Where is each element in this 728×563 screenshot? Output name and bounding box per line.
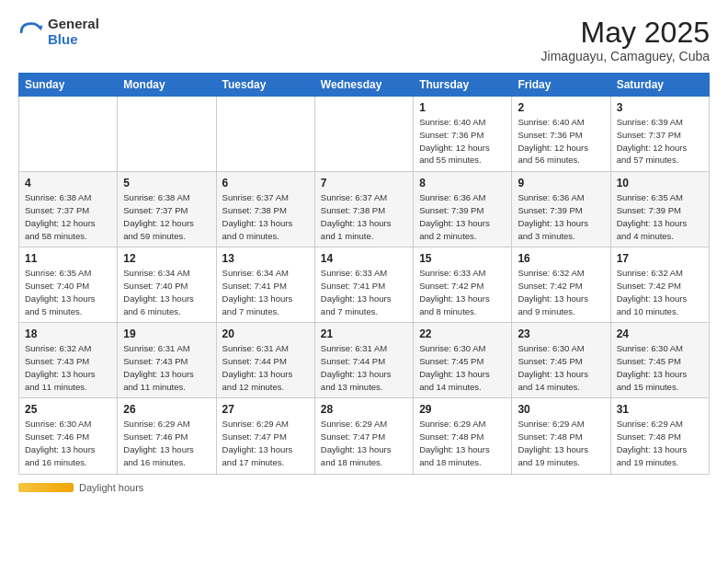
header-monday: Monday <box>118 74 216 97</box>
day-info: Sunrise: 6:31 AM Sunset: 7:44 PM Dayligh… <box>222 342 309 393</box>
calendar-cell: 3Sunrise: 6:39 AM Sunset: 7:37 PM Daylig… <box>610 97 709 172</box>
day-number: 15 <box>419 252 506 265</box>
day-info: Sunrise: 6:38 AM Sunset: 7:37 PM Dayligh… <box>123 191 210 242</box>
day-number: 4 <box>25 177 111 190</box>
calendar-cell: 6Sunrise: 6:37 AM Sunset: 7:38 PM Daylig… <box>216 172 314 247</box>
calendar-cell <box>216 97 314 172</box>
day-info: Sunrise: 6:39 AM Sunset: 7:37 PM Dayligh… <box>617 116 703 167</box>
day-number: 11 <box>25 252 111 265</box>
day-number: 22 <box>419 327 506 340</box>
week-row-3: 11Sunrise: 6:35 AM Sunset: 7:40 PM Dayli… <box>19 247 710 323</box>
week-row-5: 25Sunrise: 6:30 AM Sunset: 7:46 PM Dayli… <box>19 398 710 474</box>
calendar-cell: 11Sunrise: 6:35 AM Sunset: 7:40 PM Dayli… <box>19 247 118 323</box>
calendar-cell: 21Sunrise: 6:31 AM Sunset: 7:44 PM Dayli… <box>314 323 413 398</box>
calendar-cell: 16Sunrise: 6:32 AM Sunset: 7:42 PM Dayli… <box>512 247 610 323</box>
day-info: Sunrise: 6:29 AM Sunset: 7:47 PM Dayligh… <box>321 418 407 468</box>
day-number: 3 <box>617 101 703 114</box>
calendar-cell: 31Sunrise: 6:29 AM Sunset: 7:48 PM Dayli… <box>610 398 709 474</box>
header-wednesday: Wednesday <box>314 74 413 97</box>
day-info: Sunrise: 6:38 AM Sunset: 7:37 PM Dayligh… <box>25 191 111 242</box>
day-info: Sunrise: 6:29 AM Sunset: 7:46 PM Dayligh… <box>123 418 210 468</box>
day-number: 30 <box>518 403 604 416</box>
calendar-cell: 19Sunrise: 6:31 AM Sunset: 7:43 PM Dayli… <box>118 323 216 398</box>
page: General Blue May 2025 Jimaguayu, Camague… <box>0 0 728 506</box>
day-number: 28 <box>321 403 407 416</box>
calendar-cell <box>118 97 216 172</box>
day-info: Sunrise: 6:35 AM Sunset: 7:40 PM Dayligh… <box>25 267 111 317</box>
logo-icon <box>18 19 44 45</box>
day-number: 6 <box>222 177 309 190</box>
calendar-cell: 4Sunrise: 6:38 AM Sunset: 7:37 PM Daylig… <box>19 172 118 247</box>
day-number: 9 <box>518 177 604 190</box>
title-block: May 2025 Jimaguayu, Camaguey, Cuba <box>541 17 710 63</box>
logo: General Blue <box>18 17 99 47</box>
day-info: Sunrise: 6:30 AM Sunset: 7:45 PM Dayligh… <box>617 342 703 393</box>
calendar-cell: 14Sunrise: 6:33 AM Sunset: 7:41 PM Dayli… <box>314 247 413 323</box>
header-thursday: Thursday <box>414 74 512 97</box>
calendar-cell: 20Sunrise: 6:31 AM Sunset: 7:44 PM Dayli… <box>216 323 314 398</box>
location: Jimaguayu, Camaguey, Cuba <box>541 49 710 63</box>
month-title: May 2025 <box>541 17 710 49</box>
header-row: Sunday Monday Tuesday Wednesday Thursday… <box>19 74 710 97</box>
day-number: 21 <box>321 327 407 340</box>
calendar-cell: 9Sunrise: 6:36 AM Sunset: 7:39 PM Daylig… <box>512 172 610 247</box>
day-number: 10 <box>617 177 703 190</box>
day-number: 17 <box>617 252 703 265</box>
day-number: 12 <box>123 252 210 265</box>
calendar-cell: 30Sunrise: 6:29 AM Sunset: 7:48 PM Dayli… <box>512 398 610 474</box>
day-number: 16 <box>518 252 604 265</box>
day-number: 5 <box>123 177 210 190</box>
calendar-cell: 28Sunrise: 6:29 AM Sunset: 7:47 PM Dayli… <box>314 398 413 474</box>
day-number: 18 <box>25 327 111 340</box>
header-friday: Friday <box>512 74 610 97</box>
calendar-cell: 1Sunrise: 6:40 AM Sunset: 7:36 PM Daylig… <box>414 97 512 172</box>
calendar-cell <box>19 97 118 172</box>
calendar-cell <box>314 97 413 172</box>
day-number: 25 <box>25 403 111 416</box>
day-number: 27 <box>222 403 309 416</box>
calendar-cell: 12Sunrise: 6:34 AM Sunset: 7:40 PM Dayli… <box>118 247 216 323</box>
calendar-cell: 7Sunrise: 6:37 AM Sunset: 7:38 PM Daylig… <box>314 172 413 247</box>
day-info: Sunrise: 6:37 AM Sunset: 7:38 PM Dayligh… <box>222 191 309 242</box>
day-info: Sunrise: 6:40 AM Sunset: 7:36 PM Dayligh… <box>419 116 506 167</box>
week-row-4: 18Sunrise: 6:32 AM Sunset: 7:43 PM Dayli… <box>19 323 710 398</box>
day-number: 19 <box>123 327 210 340</box>
daylight-bar <box>18 483 74 492</box>
daylight-label: Daylight hours <box>79 482 143 493</box>
day-number: 26 <box>123 403 210 416</box>
calendar-cell: 26Sunrise: 6:29 AM Sunset: 7:46 PM Dayli… <box>118 398 216 474</box>
day-info: Sunrise: 6:31 AM Sunset: 7:43 PM Dayligh… <box>123 342 210 393</box>
day-info: Sunrise: 6:35 AM Sunset: 7:39 PM Dayligh… <box>617 191 703 242</box>
day-info: Sunrise: 6:29 AM Sunset: 7:48 PM Dayligh… <box>419 418 506 468</box>
day-number: 14 <box>321 252 407 265</box>
day-info: Sunrise: 6:29 AM Sunset: 7:48 PM Dayligh… <box>518 418 604 468</box>
day-info: Sunrise: 6:34 AM Sunset: 7:40 PM Dayligh… <box>123 267 210 317</box>
calendar-cell: 24Sunrise: 6:30 AM Sunset: 7:45 PM Dayli… <box>610 323 709 398</box>
logo-blue: Blue <box>48 32 99 48</box>
day-info: Sunrise: 6:30 AM Sunset: 7:45 PM Dayligh… <box>419 342 506 393</box>
day-number: 1 <box>419 101 506 114</box>
day-info: Sunrise: 6:31 AM Sunset: 7:44 PM Dayligh… <box>321 342 407 393</box>
day-info: Sunrise: 6:32 AM Sunset: 7:42 PM Dayligh… <box>617 267 703 317</box>
day-info: Sunrise: 6:40 AM Sunset: 7:36 PM Dayligh… <box>518 116 604 167</box>
header-tuesday: Tuesday <box>216 74 314 97</box>
day-number: 31 <box>617 403 703 416</box>
day-info: Sunrise: 6:37 AM Sunset: 7:38 PM Dayligh… <box>321 191 407 242</box>
calendar-cell: 23Sunrise: 6:30 AM Sunset: 7:45 PM Dayli… <box>512 323 610 398</box>
day-info: Sunrise: 6:33 AM Sunset: 7:42 PM Dayligh… <box>419 267 506 317</box>
day-number: 29 <box>419 403 506 416</box>
calendar-cell: 27Sunrise: 6:29 AM Sunset: 7:47 PM Dayli… <box>216 398 314 474</box>
day-info: Sunrise: 6:32 AM Sunset: 7:43 PM Dayligh… <box>25 342 111 393</box>
header-sunday: Sunday <box>19 74 118 97</box>
day-number: 7 <box>321 177 407 190</box>
calendar-cell: 25Sunrise: 6:30 AM Sunset: 7:46 PM Dayli… <box>19 398 118 474</box>
day-info: Sunrise: 6:36 AM Sunset: 7:39 PM Dayligh… <box>419 191 506 242</box>
day-info: Sunrise: 6:33 AM Sunset: 7:41 PM Dayligh… <box>321 267 407 317</box>
calendar-cell: 8Sunrise: 6:36 AM Sunset: 7:39 PM Daylig… <box>414 172 512 247</box>
day-number: 8 <box>419 177 506 190</box>
calendar-cell: 10Sunrise: 6:35 AM Sunset: 7:39 PM Dayli… <box>610 172 709 247</box>
week-row-1: 1Sunrise: 6:40 AM Sunset: 7:36 PM Daylig… <box>19 97 710 172</box>
day-number: 23 <box>518 327 604 340</box>
calendar-cell: 5Sunrise: 6:38 AM Sunset: 7:37 PM Daylig… <box>118 172 216 247</box>
logo-text: General Blue <box>48 17 99 47</box>
